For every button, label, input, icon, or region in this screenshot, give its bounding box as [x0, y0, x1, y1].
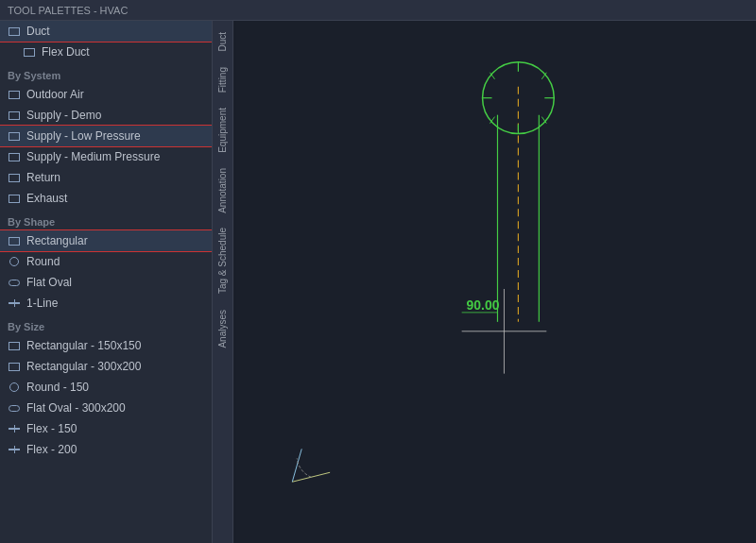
vtab-fitting-tab[interactable]: Fitting	[215, 59, 231, 100]
panel-item-flex-200[interactable]: Flex - 200	[0, 439, 212, 460]
line-icon	[8, 422, 21, 435]
vtab-equipment-tab[interactable]: Equipment	[215, 100, 231, 161]
panel-item-label-rect-150x150: Rectangular - 150x150	[26, 339, 141, 352]
panel-item-label-duct: Duct	[26, 25, 50, 38]
panel-item-label-rect-300x200: Rectangular - 300x200	[26, 360, 141, 373]
main-content: DuctFlex Duct By System Outdoor AirSuppl…	[0, 21, 756, 543]
cad-drawing: 90.00	[233, 21, 756, 543]
vtab-analyses-tab[interactable]: Analyses	[215, 302, 231, 356]
panel-item-label-one-line: 1-Line	[26, 297, 58, 310]
shape-items-container: RectangularRoundFlat Oval1-Line	[0, 230, 212, 314]
panel-item-label-supply-low: Supply - Low Pressure	[26, 129, 141, 143]
panel-item-label-round-150: Round - 150	[26, 381, 89, 394]
rect-icon	[8, 234, 21, 247]
oval-icon	[8, 401, 21, 415]
svg-text:90.00: 90.00	[467, 297, 500, 313]
top-bar-title: TOOL PALETTES - HVAC	[8, 5, 128, 16]
panel-item-supply-med[interactable]: Supply - Medium Pressure	[0, 146, 212, 167]
panel-item-label-return: Return	[26, 171, 60, 184]
panel-item-label-round: Round	[26, 255, 60, 268]
panel-item-exhaust[interactable]: Exhaust	[0, 188, 212, 209]
panel-item-rectangular[interactable]: Rectangular	[0, 230, 212, 251]
panel-item-label-exhaust: Exhaust	[26, 192, 67, 205]
panel-item-supply-demo[interactable]: Supply - Demo	[0, 105, 212, 126]
by-size-label: By Size	[0, 314, 212, 335]
by-system-label: By System	[0, 62, 212, 84]
panel-item-flex-duct[interactable]: Flex Duct	[0, 42, 212, 62]
panel-item-label-supply-demo: Supply - Demo	[26, 109, 101, 122]
rect-icon	[8, 109, 21, 122]
top-bar: TOOL PALETTES - HVAC	[0, 0, 756, 21]
panel-item-flex-150[interactable]: Flex - 150	[0, 418, 212, 439]
panel-item-label-flat-oval: Flat Oval	[26, 276, 72, 289]
top-items-container: DuctFlex Duct	[0, 21, 212, 62]
size-items-container: Rectangular - 150x150Rectangular - 300x2…	[0, 335, 212, 460]
panel-item-label-supply-med: Supply - Medium Pressure	[26, 150, 160, 163]
round-icon	[8, 381, 21, 394]
panel-item-rect-150x150[interactable]: Rectangular - 150x150	[0, 335, 212, 356]
line-icon	[8, 443, 21, 456]
round-icon	[8, 255, 21, 268]
line-icon	[8, 297, 21, 310]
svg-rect-0	[235, 21, 753, 543]
panel-item-supply-low[interactable]: Supply - Low Pressure	[0, 126, 212, 146]
panel-item-outdoor-air[interactable]: Outdoor Air	[0, 84, 212, 105]
panel-item-flat-300x200[interactable]: Flat Oval - 300x200	[0, 398, 212, 418]
panel-item-round[interactable]: Round	[0, 251, 212, 272]
rect-icon	[8, 150, 21, 163]
panel-item-flat-oval[interactable]: Flat Oval	[0, 272, 212, 293]
vtabs-container: DuctFittingEquipmentAnnotationTag & Sche…	[215, 25, 231, 355]
panel-item-label-flat-300x200: Flat Oval - 300x200	[26, 401, 126, 415]
rect-icon	[8, 339, 21, 352]
rect-icon	[8, 360, 21, 373]
vtab-annotation-tab[interactable]: Annotation	[215, 161, 231, 221]
vertical-tabs: DuctFittingEquipmentAnnotationTag & Sche…	[213, 21, 233, 543]
panel-item-rect-300x200[interactable]: Rectangular - 300x200	[0, 356, 212, 377]
system-items-container: Outdoor AirSupply - DemoSupply - Low Pre…	[0, 84, 212, 209]
rect-icon	[8, 88, 21, 101]
panel-item-label-rectangular: Rectangular	[26, 234, 88, 247]
panel-item-one-line[interactable]: 1-Line	[0, 293, 212, 314]
panel-item-label-flex-200: Flex - 200	[26, 443, 77, 456]
rect-icon	[8, 192, 21, 205]
rect-icon	[8, 171, 21, 184]
rect-icon	[23, 45, 36, 59]
oval-icon	[8, 276, 21, 289]
panel-item-label-flex-150: Flex - 150	[26, 422, 77, 435]
panel-item-return[interactable]: Return	[0, 167, 212, 188]
by-shape-label: By Shape	[0, 209, 212, 230]
panel-item-round-150[interactable]: Round - 150	[0, 377, 212, 398]
left-panel: DuctFlex Duct By System Outdoor AirSuppl…	[0, 21, 213, 543]
panel-item-label-flex-duct: Flex Duct	[42, 45, 90, 59]
vtab-tag-schedule-tab[interactable]: Tag & Schedule	[215, 220, 231, 301]
vtab-duct-tab[interactable]: Duct	[215, 25, 231, 59]
rect-icon	[8, 25, 21, 38]
panel-item-label-outdoor-air: Outdoor Air	[26, 88, 84, 101]
rect-icon	[8, 129, 21, 143]
right-area: DuctFittingEquipmentAnnotationTag & Sche…	[213, 21, 756, 543]
viewport[interactable]: [-][Top][2D Wireframe]	[233, 21, 756, 543]
panel-item-duct[interactable]: Duct	[0, 21, 212, 42]
